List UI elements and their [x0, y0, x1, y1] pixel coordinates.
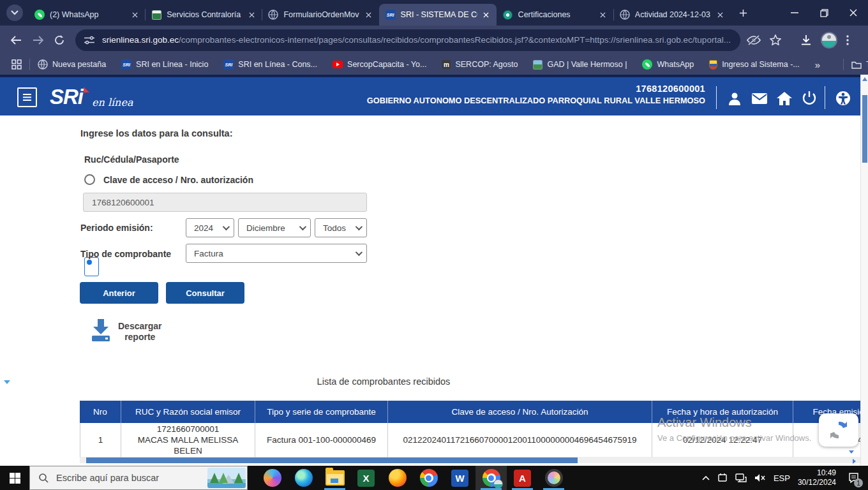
reload-button[interactable]: [49, 29, 70, 51]
radio-selected-icon[interactable]: [84, 257, 99, 276]
bookmarks-bar: Nueva pestaña SRI SRI en Línea - Inicio …: [0, 54, 868, 75]
site-settings-icon[interactable]: [84, 36, 94, 45]
bookmark-nueva-pestana[interactable]: Nueva pestaña: [38, 59, 106, 70]
bookmark-sercopcapacita[interactable]: SercopCapacita - Yo...: [333, 60, 426, 69]
windows-icon: [10, 473, 20, 484]
bookmarks-overflow-button[interactable]: »: [815, 59, 820, 70]
close-window-button[interactable]: [839, 0, 868, 26]
month-select[interactable]: Diciembre: [238, 218, 311, 237]
close-icon[interactable]: [481, 10, 491, 20]
tab-formulario[interactable]: FormularioOrdenMov: [262, 4, 378, 26]
minimize-button[interactable]: [780, 0, 809, 26]
tab-label: Actividad 2024-12-03: [635, 10, 711, 19]
language-indicator[interactable]: ESP: [774, 473, 790, 483]
start-button[interactable]: [0, 466, 29, 490]
logout-button[interactable]: [801, 90, 818, 107]
back-button[interactable]: [5, 29, 27, 51]
home-button[interactable]: [776, 90, 793, 107]
type-label: Tipo de comprobante: [80, 249, 171, 259]
close-icon[interactable]: [246, 10, 257, 20]
type-select[interactable]: Factura: [186, 244, 367, 263]
edge-app-button[interactable]: [288, 466, 319, 490]
downloads-icon[interactable]: [800, 34, 812, 46]
all-bookmarks-button[interactable]: Todos los marcadores: [851, 60, 868, 69]
excel-icon: X: [357, 470, 375, 487]
bookmark-sercop-agosto[interactable]: m SERCOP: Agosto: [442, 60, 518, 69]
download-report-button[interactable]: Descargar reporte: [90, 318, 162, 343]
taskbar-widget-image[interactable]: [207, 468, 246, 488]
hamburger-menu-button[interactable]: [17, 87, 37, 107]
file-explorer-icon: [326, 470, 345, 486]
apps-grid-icon[interactable]: [11, 59, 22, 70]
tray-expand-icon[interactable]: [702, 475, 710, 480]
close-icon[interactable]: [715, 10, 725, 20]
firefox-app-button[interactable]: [382, 466, 413, 490]
bookmark-sri-inicio[interactable]: SRI SRI en Línea - Inicio: [121, 59, 208, 70]
cell-auth-datetime: 02/12/2024 12:22:47: [652, 423, 793, 457]
sri-logo[interactable]: SRi en línea: [50, 85, 133, 109]
radio-option-clave[interactable]: Clave de acceso / Nro. autorización: [84, 174, 253, 185]
tab-contraloria[interactable]: Servicios Contraloría: [145, 4, 262, 26]
bookmark-sri-consultas[interactable]: SRI SRI en Línea - Cons...: [223, 59, 317, 70]
window-controls: [780, 0, 868, 26]
volume-muted-icon[interactable]: [754, 473, 766, 482]
user-icon: [728, 91, 742, 105]
previous-button[interactable]: Anterior: [80, 282, 158, 304]
tab-search-button[interactable]: [6, 4, 23, 21]
hamburger-icon: [22, 94, 32, 101]
messages-button[interactable]: [751, 90, 768, 107]
taskbar-search-input[interactable]: Escribe aquí para buscar: [29, 466, 248, 490]
tab-whatsapp[interactable]: (2) WhatsApp: [28, 4, 145, 26]
query-button[interactable]: Consultar: [166, 282, 244, 304]
copilot-app-button[interactable]: [257, 466, 288, 490]
chrome-active-window-button[interactable]: [475, 466, 507, 490]
globe-icon: [268, 10, 278, 20]
ruc-input[interactable]: 1768120600001: [83, 193, 367, 212]
close-icon[interactable]: [130, 10, 140, 20]
chrome-app-button[interactable]: [413, 466, 444, 490]
sri-icon: SRI: [385, 10, 396, 20]
scrollbar-thumb[interactable]: [86, 457, 578, 463]
horizontal-scrollbar[interactable]: [80, 457, 860, 463]
profile-button[interactable]: [726, 90, 743, 107]
notification-center-button[interactable]: 1: [844, 466, 863, 490]
taskbar-clock[interactable]: 10:49 30/12/2024: [798, 468, 836, 487]
session-identity: 1768120600001 GOBIERNO AUTONOMO DESCENTR…: [348, 84, 705, 105]
word-app-button[interactable]: W: [444, 466, 475, 490]
bookmark-star-icon[interactable]: [770, 34, 781, 45]
bookmark-gad-valle-hermoso[interactable]: GAD | Valle Hermoso |: [533, 60, 627, 70]
tab-certificaciones[interactable]: Certificaciones: [497, 4, 613, 26]
tab-actividad[interactable]: Actividad 2024-12-03: [613, 4, 730, 26]
radio-option-ruc[interactable]: Ruc/Cédula/Pasaporte: [84, 154, 179, 165]
restore-button[interactable]: [809, 0, 839, 26]
new-tab-button[interactable]: [734, 4, 752, 22]
tab-sri-active[interactable]: SRI SRI - SISTEMA DE CO: [379, 4, 497, 26]
day-select[interactable]: Todos: [315, 218, 367, 237]
close-icon[interactable]: [598, 10, 608, 20]
bookmark-ingreso-sistema[interactable]: Ingreso al Sistema -...: [709, 60, 800, 70]
restore-icon: [820, 9, 828, 17]
forward-button[interactable]: [27, 29, 49, 51]
profile-avatar[interactable]: [821, 32, 837, 48]
snip-tool-icon[interactable]: [717, 473, 728, 483]
eye-off-icon[interactable]: [747, 35, 761, 45]
vertical-scrollbar[interactable]: [860, 75, 868, 466]
address-bar[interactable]: srienlinea.sri.gob.ec/comprobantes-elect…: [75, 29, 740, 51]
excel-app-button[interactable]: X: [350, 466, 382, 490]
network-icon[interactable]: [735, 473, 747, 482]
bookmark-whatsapp[interactable]: WhatsApp: [642, 59, 694, 70]
accessibility-button[interactable]: [835, 90, 851, 107]
kebab-menu-icon[interactable]: [846, 35, 849, 45]
paint-app-button[interactable]: [538, 466, 569, 490]
close-icon[interactable]: [364, 10, 374, 20]
scroll-up-icon[interactable]: [862, 77, 867, 81]
acrobat-app-button[interactable]: A: [507, 466, 538, 490]
cell-access-key-link[interactable]: 0212202401172166070000120011000000004696…: [388, 423, 652, 457]
radio-unselected-icon[interactable]: [84, 174, 95, 185]
recaptcha-badge[interactable]: [819, 413, 858, 447]
profile-avatar: [493, 479, 503, 489]
scrollbar-thumb[interactable]: [862, 95, 867, 163]
file-explorer-button[interactable]: [319, 466, 350, 490]
mail-icon: [752, 93, 767, 104]
year-select[interactable]: 2024: [186, 218, 234, 237]
